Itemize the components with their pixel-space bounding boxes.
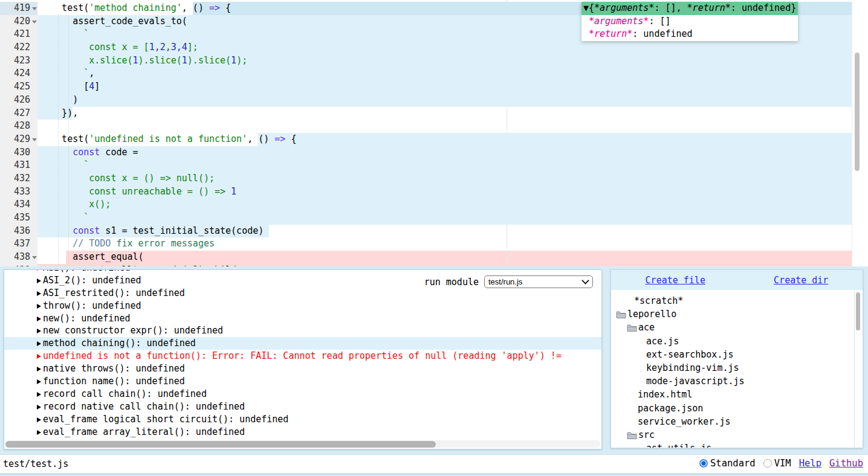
test-result-item[interactable]: record call chain(): undefined — [4, 388, 601, 400]
fold-arrow-icon[interactable] — [32, 21, 37, 24]
line-number: 420 — [14, 15, 30, 28]
expand-arrow-icon[interactable] — [37, 405, 41, 410]
test-result-item[interactable]: native throws(): undefined — [4, 362, 601, 375]
code-line-435[interactable]: `435 — [0, 211, 868, 225]
expand-arrow-icon[interactable] — [37, 278, 41, 283]
expand-arrow-icon[interactable] — [37, 379, 41, 384]
test-result-item[interactable]: method chaining(): undefined — [4, 337, 601, 350]
value-inspector-tooltip[interactable]: ▼{*arguments*: [], *return*: undefined} … — [581, 2, 798, 41]
code-line-426[interactable]: )426 — [0, 94, 868, 107]
code-line-434[interactable]: x();434 — [0, 198, 868, 211]
code-token: 4 — [89, 81, 94, 92]
fold-arrow-icon[interactable] — [32, 7, 37, 10]
code-line-429[interactable]: test('undefined is not a function', () =… — [0, 133, 868, 146]
test-result-item[interactable]: ASI(): undefined — [4, 269, 601, 274]
file-item[interactable]: index.html — [611, 388, 863, 401]
code-line-428[interactable]: 428 — [0, 120, 868, 133]
create-dir-link[interactable]: Create dir — [774, 275, 828, 286]
radio-unselected-icon[interactable] — [763, 459, 772, 468]
folder-item[interactable]: leporello — [611, 307, 863, 321]
code-token: const — [73, 147, 100, 158]
file-scrollbar-thumb[interactable] — [856, 292, 860, 330]
expand-arrow-icon[interactable] — [37, 291, 41, 296]
expand-arrow-icon[interactable] — [37, 354, 41, 359]
test-result-item[interactable]: eval_frame logical short circuit(): unde… — [4, 413, 601, 426]
code-line-439[interactable]: root_calltree_node(s1).children439 — [0, 264, 868, 266]
inspector-row[interactable]: *return*: undefined — [581, 28, 798, 41]
file-item[interactable]: package.json — [611, 402, 863, 415]
code-token: { — [285, 133, 296, 144]
radio-selected-icon[interactable] — [699, 459, 708, 468]
editor-scrollbar-thumb[interactable] — [855, 53, 860, 171]
github-link[interactable]: Github — [829, 458, 863, 469]
test-result-item[interactable]: function name(): undefined — [4, 375, 601, 388]
test-result-label: ASI_2(): undefined — [43, 275, 141, 286]
file-item[interactable]: mode-javascript.js — [611, 375, 863, 388]
test-result-item[interactable]: ASI_restrited(): undefined — [4, 287, 601, 300]
code-token: ` — [40, 159, 89, 170]
expand-arrow-icon[interactable] — [37, 417, 41, 422]
file-item[interactable]: ext-searchbox.js — [611, 348, 863, 361]
code-line-427[interactable]: }),427 — [0, 107, 868, 120]
expand-arrow-icon[interactable] — [37, 269, 41, 271]
expand-arrow-icon[interactable] — [37, 304, 41, 309]
expand-arrow-icon[interactable] — [37, 392, 41, 397]
code-line-431[interactable]: `431 — [0, 159, 868, 172]
code-token: 1 — [231, 186, 236, 197]
keybinding-vim-option[interactable]: VIM — [763, 458, 791, 469]
expand-arrow-icon[interactable] — [37, 317, 41, 321]
chevron-down-icon — [581, 277, 589, 285]
code-token: [ — [40, 81, 89, 92]
file-tree-label: index.html — [638, 388, 692, 401]
gutter-cell: 432 — [0, 172, 37, 185]
test-result-item[interactable]: throw(): undefined — [4, 300, 601, 312]
code-line-432[interactable]: const x = () => null();432 — [0, 172, 868, 185]
code-editor[interactable]: test('method chaining', () => {419 asser… — [0, 0, 868, 266]
code-line-425[interactable]: [4]425 — [0, 80, 868, 94]
code-line-438[interactable]: assert_equal(438 — [0, 251, 868, 264]
file-tree-label: mode-javascript.js — [646, 375, 745, 388]
code-line-422[interactable]: const x = [1,2,3,4];422 — [0, 41, 868, 54]
fold-arrow-icon[interactable] — [32, 138, 37, 141]
code-line-424[interactable]: `,424 — [0, 67, 868, 80]
help-link[interactable]: Help — [799, 458, 821, 469]
module-select[interactable]: test/run.js — [484, 275, 593, 288]
test-result-item[interactable]: undefined is not a function(): Error: FA… — [4, 350, 601, 362]
file-item[interactable]: keybinding-vim.js — [611, 361, 863, 375]
code-line-433[interactable]: const unreachable = () => 1433 — [0, 185, 868, 199]
create-file-link[interactable]: Create file — [646, 275, 705, 286]
file-item[interactable]: ast_utils.js — [611, 442, 863, 448]
file-item[interactable]: service_worker.js — [611, 415, 863, 428]
expand-arrow-icon[interactable] — [37, 341, 41, 346]
code-line-436[interactable]: const s1 = test_initial_state(code)436 — [0, 225, 868, 238]
file-item[interactable]: *scratch* — [611, 294, 863, 307]
expand-arrow-icon[interactable] — [37, 329, 41, 333]
test-result-item[interactable]: record native call chain(): undefined — [4, 400, 601, 413]
line-number: 422 — [14, 41, 30, 54]
line-number: 419 — [14, 2, 30, 15]
inspector-row[interactable]: *arguments*: [] — [581, 15, 798, 28]
folder-item[interactable]: ace — [611, 321, 863, 334]
inspector-header[interactable]: ▼{*arguments*: [], *return*: undefined} — [581, 2, 798, 15]
code-line-text: assert_equal( — [40, 251, 144, 264]
fold-arrow-icon[interactable] — [32, 256, 37, 259]
code-token — [40, 42, 89, 53]
gutter-cell: 429 — [0, 133, 37, 146]
inspector-rows: *arguments*: [] *return*: undefined — [581, 15, 798, 41]
test-result-item[interactable]: new(): undefined — [4, 312, 601, 325]
keybinding-standard-option[interactable]: Standard — [699, 458, 756, 469]
code-line-437[interactable]: // TODO fix error messages437 — [0, 237, 868, 251]
test-result-item[interactable]: new constructor expr(): undefined — [4, 324, 601, 337]
line-number: 439 — [14, 264, 30, 266]
test-result-item[interactable]: eval_frame array_literal(): undefined — [4, 426, 601, 439]
expand-arrow-icon[interactable] — [37, 367, 41, 371]
code-line-423[interactable]: x.slice(1).slice(1).slice(1);423 — [0, 54, 868, 68]
file-item[interactable]: ace.js — [611, 335, 863, 348]
horizontal-scrollbar-thumb[interactable] — [5, 441, 436, 448]
code-token: : undefined — [632, 28, 692, 39]
calltree-panel[interactable]: run module test/run.js ASI(): undefinedA… — [4, 269, 602, 449]
expand-arrow-icon[interactable] — [37, 430, 41, 435]
code-line-430[interactable]: const code =430 — [0, 146, 868, 159]
code-token: 1 — [182, 55, 187, 66]
folder-item[interactable]: src — [611, 428, 863, 442]
